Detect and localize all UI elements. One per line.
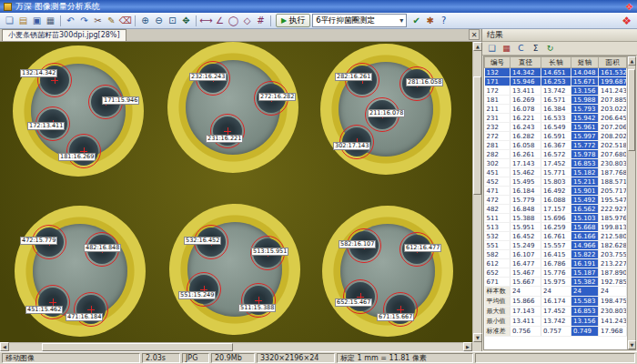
measurement-label[interactable]: 551:15.249 [178,291,216,299]
new-file-icon[interactable]: ❏ [3,14,16,27]
result-cell[interactable]: 17.452 [541,159,571,168]
open-folder-icon[interactable]: ▤ [16,14,30,27]
result-cell[interactable]: 15.901 [571,187,599,196]
result-cell[interactable]: 13.742 [541,86,571,96]
result-cell[interactable]: 513 [485,223,511,232]
result-cell[interactable]: 13.156 [571,317,599,327]
result-row[interactable]: 18116.26916.57115.988207.885 [485,96,627,105]
result-cell[interactable]: 16.259 [541,223,571,232]
result-cell[interactable]: 17.143 [511,159,541,168]
grid-icon[interactable]: ▦ [500,43,512,55]
pencil-icon[interactable]: ✎ [105,14,118,27]
result-cell[interactable]: 198.475 [599,297,627,307]
measurement-label[interactable]: 582:16.107 [339,240,376,248]
result-cell[interactable]: 15.187 [571,268,599,278]
result-cell[interactable]: 15.951 [511,223,541,232]
measurement-label[interactable]: 302:17.143 [333,142,370,150]
result-cell[interactable]: 13.411 [511,317,541,327]
result-cell[interactable]: 15.961 [571,123,599,132]
result-cell[interactable]: 16.562 [571,205,599,214]
measurement-label[interactable]: 172:13.411 [27,122,65,130]
result-row[interactable]: 55115.24915.55714.966182.628 [485,241,627,250]
result-cell[interactable]: 17.157 [541,205,571,214]
result-cell[interactable]: 24 [511,287,541,297]
result-cell[interactable]: 14.651 [541,68,571,77]
method-dropdown[interactable]: 6平行抑菌圈测定 ▾ [312,14,407,27]
result-cell[interactable]: 24 [541,287,571,297]
undo-icon[interactable]: ↶ [64,14,77,27]
result-cell[interactable]: 472 [485,196,511,205]
result-row[interactable]: 27216.28216.59115.997208.202 [485,132,627,141]
measurement-label[interactable]: 181:16.269 [58,153,96,161]
result-cell[interactable]: 203.022 [599,105,627,114]
result-cell[interactable]: 211 [485,105,511,114]
result-row[interactable]: 51115.38815.69615.103185.976 [485,214,627,223]
results-scroll-thumb[interactable] [628,69,635,151]
measurement-label[interactable]: 451:15.462 [25,306,63,314]
column-header[interactable]: 编号 [485,57,511,68]
result-cell[interactable]: 16.415 [541,250,571,259]
result-cell[interactable]: 样本数 [485,287,511,297]
result-row[interactable]: 28116.05816.36715.772202.518 [485,141,627,150]
result-cell[interactable]: 16.184 [511,187,541,196]
result-row[interactable]: 17213.41113.74213.156141.243 [485,86,627,96]
result-cell[interactable]: 16.191 [571,259,599,268]
result-cell[interactable]: 213.227 [599,259,627,268]
result-cell[interactable]: 14.048 [571,68,599,77]
redo-icon[interactable]: ↷ [77,14,91,27]
result-cell[interactable]: 14.342 [511,68,541,77]
scroll-up-icon[interactable]: ▲ [473,42,482,51]
result-row[interactable]: 45115.46215.77115.182187.768 [485,168,627,177]
result-row[interactable]: 30217.14317.45216.853230.803 [485,159,627,168]
measurement-label[interactable]: 171:15.946 [102,96,139,105]
horizontal-scrollbar[interactable]: ◀ ▶ [0,342,481,351]
measurement-label[interactable]: 513:15.951 [251,248,288,256]
result-cell[interactable]: 15.382 [571,278,599,287]
result-cell[interactable]: 15.822 [571,250,599,259]
result-cell[interactable]: 15.211 [571,177,599,187]
result-row[interactable]: 45215.49515.80315.211188.571 [485,177,627,187]
result-cell[interactable]: 15.249 [511,241,541,250]
result-cell[interactable]: 161.532 [599,68,627,77]
result-cell[interactable]: 16.282 [511,132,541,141]
result-cell[interactable]: 230.803 [599,307,627,317]
result-cell[interactable]: 181 [485,96,511,105]
column-header[interactable]: 直径 [511,57,541,68]
result-cell[interactable]: 16.571 [541,96,571,105]
vertical-scroll-thumb[interactable] [473,76,481,195]
measurement-label[interactable]: 652:15.467 [335,298,372,307]
vertical-scrollbar[interactable]: ▲ ▼ [472,42,481,342]
result-cell[interactable]: 671 [485,278,511,287]
measurement-label[interactable]: 471:16.184 [66,313,103,321]
horizontal-scroll-thumb[interactable] [42,343,233,351]
result-cell[interactable]: 207.885 [599,96,627,105]
result-cell[interactable]: 15.671 [571,77,599,86]
result-cell[interactable]: 16.221 [511,114,541,123]
result-cell[interactable]: 185.976 [599,214,627,223]
result-cell[interactable]: 451 [485,168,511,177]
result-cell[interactable]: 16.591 [541,132,571,141]
result-cell[interactable]: 132 [485,68,511,77]
result-cell[interactable]: 16.477 [511,259,541,268]
settings-icon[interactable]: ✱ [423,14,437,27]
result-cell[interactable]: 16.786 [541,259,571,268]
result-cell[interactable]: 202.518 [599,141,627,150]
summary-row[interactable]: 最大值17.14317.45216.853230.803 [485,307,627,317]
result-row[interactable]: 58216.10716.41515.822203.755 [485,250,627,259]
result-cell[interactable]: 212.580 [599,232,627,241]
result-cell[interactable]: 16.848 [511,205,541,214]
result-cell[interactable]: 13.156 [571,86,599,96]
result-cell[interactable]: 230.803 [599,159,627,168]
measurement-label[interactable]: 231:16.221 [206,135,243,143]
result-cell[interactable]: 182.628 [599,241,627,250]
result-cell[interactable]: 15.793 [571,105,599,114]
result-cell[interactable]: 15.803 [541,177,571,187]
result-cell[interactable]: 141.243 [599,86,627,96]
result-cell[interactable]: 16.549 [541,123,571,132]
result-cell[interactable]: 207.206 [599,123,627,132]
eraser-icon[interactable]: ⌫ [118,14,132,27]
column-header[interactable]: 短轴 [571,57,599,68]
result-cell[interactable]: 195.547 [599,196,627,205]
result-cell[interactable]: 206.645 [599,114,627,123]
result-cell[interactable]: 16.174 [541,297,571,307]
